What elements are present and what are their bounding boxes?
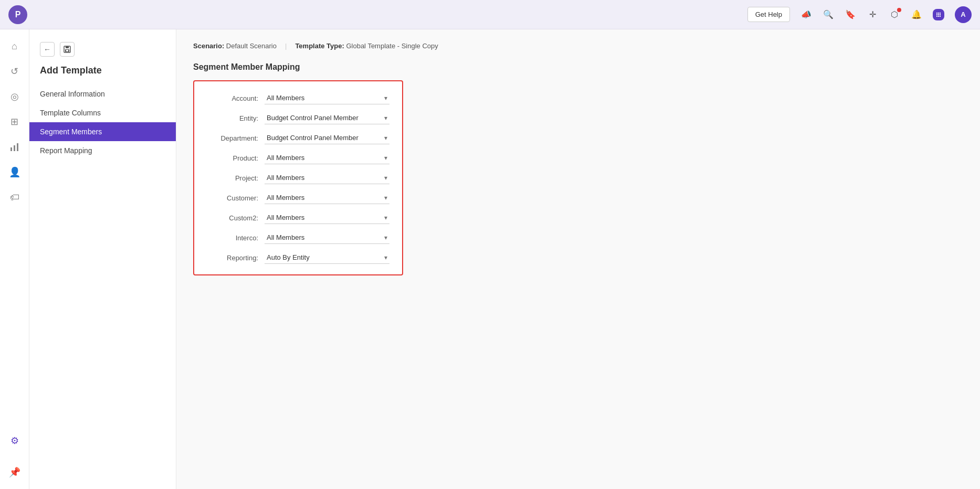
get-help-button[interactable]: Get Help: [747, 7, 790, 22]
bell-icon[interactable]: 🔔: [911, 9, 922, 20]
select-custom2[interactable]: All MembersBudget Control Panel MemberAu…: [265, 211, 389, 224]
sidebar-icon-refresh[interactable]: ↺: [4, 61, 25, 82]
select-account[interactable]: All MembersBudget Control Panel MemberAu…: [265, 92, 389, 104]
svg-rect-0: [936, 13, 937, 14]
search-icon[interactable]: 🔍: [823, 9, 834, 20]
form-row-custom2: Custom2:All MembersBudget Control Panel …: [207, 211, 389, 224]
svg-rect-3: [936, 14, 937, 15]
form-row-interco: Interco:All MembersBudget Control Panel …: [207, 231, 389, 244]
network-icon[interactable]: [933, 9, 944, 20]
form-row-account: Account:All MembersBudget Control Panel …: [207, 92, 389, 104]
template-type-label: Template Type: Global Template - Single …: [295, 42, 438, 50]
main-layout: ⌂ ↺ ◎ ⊞ 👤 🏷 ⚙ 📌 ←: [0, 29, 980, 489]
form-row-entity: Entity:All MembersBudget Control Panel M…: [207, 112, 389, 124]
select-entity[interactable]: All MembersBudget Control Panel MemberAu…: [265, 112, 389, 124]
select-customer[interactable]: All MembersBudget Control Panel MemberAu…: [265, 192, 389, 204]
sidebar-icon-target[interactable]: ◎: [4, 86, 25, 107]
select-wrapper-department: All MembersBudget Control Panel MemberAu…: [265, 132, 389, 144]
nav-item-general-information[interactable]: General Information: [29, 84, 176, 103]
form-row-reporting: Reporting:All MembersBudget Control Pane…: [207, 251, 389, 264]
nav-item-segment-members[interactable]: Segment Members: [29, 122, 176, 141]
scenario-separator: |: [285, 42, 287, 50]
form-label-customer: Customer:: [207, 194, 265, 202]
sidebar-icon-gear[interactable]: ⚙: [4, 430, 25, 451]
svg-rect-13: [66, 46, 69, 48]
crosshair-icon[interactable]: ✛: [867, 9, 878, 20]
sidebar-icon-person[interactable]: 👤: [4, 162, 25, 183]
form-label-product: Product:: [207, 154, 265, 162]
form-label-department: Department:: [207, 134, 265, 142]
top-nav: P Get Help 📣 🔍 🔖 ✛ ⬡ 🔔 A: [0, 0, 980, 29]
svg-rect-1: [938, 13, 939, 14]
select-wrapper-custom2: All MembersBudget Control Panel MemberAu…: [265, 211, 389, 224]
sidebar-icon-grid[interactable]: ⊞: [4, 111, 25, 132]
form-label-project: Project:: [207, 174, 265, 182]
save-button[interactable]: [60, 42, 75, 57]
svg-rect-4: [938, 14, 939, 15]
svg-rect-2: [940, 13, 941, 14]
section-title: Segment Member Mapping: [193, 62, 963, 72]
svg-rect-11: [17, 143, 18, 151]
select-reporting[interactable]: All MembersBudget Control Panel MemberAu…: [265, 251, 389, 264]
form-row-department: Department:All MembersBudget Control Pan…: [207, 132, 389, 144]
left-nav-header: ←: [29, 38, 176, 65]
cube-icon[interactable]: ⬡: [889, 9, 900, 20]
svg-rect-5: [940, 14, 941, 15]
content-area: Scenario: Default Scenario | Template Ty…: [176, 29, 980, 489]
select-wrapper-account: All MembersBudget Control Panel MemberAu…: [265, 92, 389, 104]
form-label-reporting: Reporting:: [207, 254, 265, 262]
sidebar-icon-home[interactable]: ⌂: [4, 36, 25, 57]
form-row-product: Product:All MembersBudget Control Panel …: [207, 152, 389, 164]
form-row-project: Project:All MembersBudget Control Panel …: [207, 172, 389, 184]
back-button[interactable]: ←: [40, 42, 55, 57]
bookmark-icon[interactable]: 🔖: [845, 9, 856, 20]
nav-item-template-columns[interactable]: Template Columns: [29, 103, 176, 122]
nav-item-report-mapping[interactable]: Report Mapping: [29, 141, 176, 160]
select-wrapper-reporting: All MembersBudget Control Panel MemberAu…: [265, 251, 389, 264]
select-product[interactable]: All MembersBudget Control Panel MemberAu…: [265, 152, 389, 164]
scenario-label: Scenario: Default Scenario: [193, 42, 277, 50]
form-label-interco: Interco:: [207, 234, 265, 242]
top-nav-left: P: [8, 5, 27, 24]
top-nav-right: Get Help 📣 🔍 🔖 ✛ ⬡ 🔔 A: [747, 6, 972, 23]
app-logo[interactable]: P: [8, 5, 27, 24]
select-wrapper-product: All MembersBudget Control Panel MemberAu…: [265, 152, 389, 164]
select-wrapper-project: All MembersBudget Control Panel MemberAu…: [265, 172, 389, 184]
sidebar-icons: ⌂ ↺ ◎ ⊞ 👤 🏷 ⚙ 📌: [0, 29, 29, 489]
page-title: Add Template: [29, 65, 176, 84]
megaphone-icon[interactable]: 📣: [800, 9, 812, 20]
svg-rect-8: [940, 16, 941, 17]
svg-rect-10: [14, 145, 15, 151]
select-interco[interactable]: All MembersBudget Control Panel MemberAu…: [265, 231, 389, 244]
sidebar-icon-pin[interactable]: 📌: [4, 462, 25, 483]
select-project[interactable]: All MembersBudget Control Panel MemberAu…: [265, 172, 389, 184]
svg-rect-9: [10, 147, 12, 151]
form-row-customer: Customer:All MembersBudget Control Panel…: [207, 192, 389, 204]
sidebar-icon-chart[interactable]: [4, 136, 25, 157]
user-avatar[interactable]: A: [955, 6, 972, 23]
select-wrapper-customer: All MembersBudget Control Panel MemberAu…: [265, 192, 389, 204]
scenario-bar: Scenario: Default Scenario | Template Ty…: [193, 42, 963, 50]
select-wrapper-interco: All MembersBudget Control Panel MemberAu…: [265, 231, 389, 244]
mapping-form: Account:All MembersBudget Control Panel …: [193, 80, 403, 275]
left-nav-panel: ← Add Template General InformationTempla…: [29, 29, 176, 489]
svg-rect-7: [938, 16, 939, 17]
form-label-custom2: Custom2:: [207, 214, 265, 222]
select-department[interactable]: All MembersBudget Control Panel MemberAu…: [265, 132, 389, 144]
select-wrapper-entity: All MembersBudget Control Panel MemberAu…: [265, 112, 389, 124]
nav-items: General InformationTemplate ColumnsSegme…: [29, 84, 176, 160]
sidebar-icon-tag[interactable]: 🏷: [4, 187, 25, 208]
form-label-account: Account:: [207, 94, 265, 102]
form-label-entity: Entity:: [207, 114, 265, 122]
svg-rect-6: [936, 16, 937, 17]
svg-rect-15: [66, 50, 68, 51]
